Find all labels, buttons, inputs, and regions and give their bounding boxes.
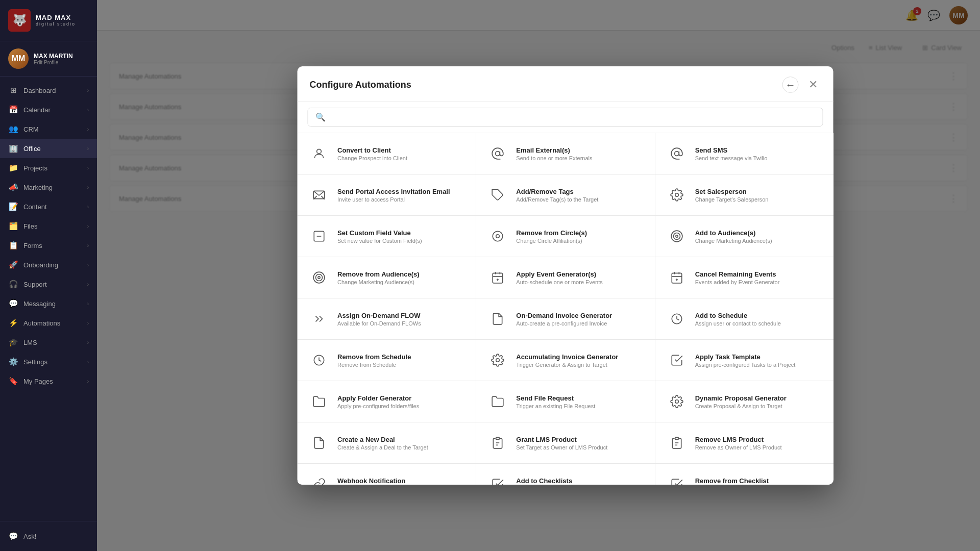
set-custom-field-icon (308, 225, 330, 247)
assign-on-demand-flow-text: Assign On-Demand FLOW Available for On-D… (337, 312, 421, 327)
automation-option-dynamic-proposal-generator[interactable]: Dynamic Proposal Generator Create Propos… (655, 381, 833, 422)
sidebar-item-onboarding[interactable]: 🚀 Onboarding › (0, 255, 97, 274)
remove-from-circle-text: Remove from Circle(s) Change Circle Affi… (516, 229, 587, 244)
convert-to-client-title: Convert to Client (337, 146, 407, 154)
sidebar-item-marketing[interactable]: 📣 Marketing › (0, 178, 97, 197)
automation-option-add-to-checklists[interactable]: Add to Checklists Assign Target to Check… (476, 464, 654, 485)
on-demand-invoice-generator-desc: Auto-create a pre-configured Invoice (516, 320, 612, 327)
automation-option-add-remove-tags[interactable]: Add/Remove Tags Add/Remove Tag(s) to the… (476, 174, 654, 215)
remove-from-schedule-desc: Remove from Schedule (337, 362, 411, 368)
apply-folder-generator-text: Apply Folder Generator Apply pre-configu… (337, 394, 419, 409)
sidebar-ask[interactable]: 💬 Ask! (8, 528, 89, 545)
chevron-marketing-icon: › (87, 185, 89, 190)
send-file-request-icon (486, 390, 509, 413)
close-button[interactable]: ✕ (805, 77, 821, 93)
sidebar-label-crm: CRM (23, 126, 39, 133)
automation-option-set-salesperson[interactable]: Set Salesperson Change Target's Salesper… (655, 174, 833, 215)
sidebar-item-lms[interactable]: 🎓 LMS › (0, 333, 97, 352)
sidebar-item-messaging[interactable]: 💬 Messaging › (0, 294, 97, 313)
chevron-support-icon: › (87, 282, 89, 287)
send-sms-desc: Send text message via Twilio (695, 155, 767, 161)
sidebar-item-projects[interactable]: 📁 Projects › (0, 158, 97, 178)
apply-task-template-text: Apply Task Template Assign pre-configure… (695, 353, 795, 368)
create-new-deal-title: Create a New Deal (337, 436, 428, 443)
add-to-schedule-desc: Assign user or contact to schedule (695, 320, 780, 327)
search-input[interactable] (331, 113, 816, 121)
automation-option-send-portal-access[interactable]: Send Portal Access Invitation Email Invi… (298, 174, 476, 215)
user-name: MAX MARTIN (34, 53, 73, 60)
sidebar-item-content[interactable]: 📝 Content › (0, 197, 97, 216)
sidebar-item-dashboard[interactable]: ⊞ Dashboard › (0, 81, 97, 100)
dynamic-proposal-generator-desc: Create Proposal & Assign to Target (695, 403, 786, 409)
sidebar-item-files[interactable]: 🗂️ Files › (0, 216, 97, 236)
sidebar-item-support[interactable]: 🎧 Support › (0, 274, 97, 294)
automation-option-cancel-remaining-events[interactable]: Cancel Remaining Events Events added by … (655, 257, 833, 298)
automation-option-add-to-audiences[interactable]: Add to Audience(s) Change Marketing Audi… (655, 216, 833, 257)
sidebar-label-content: Content (23, 203, 47, 211)
create-new-deal-desc: Create & Assign a Deal to the Target (337, 444, 428, 450)
automation-option-set-custom-field[interactable]: Set Custom Field Value Set new value for… (298, 216, 476, 257)
sidebar-item-calendar[interactable]: 📅 Calendar › (0, 100, 97, 119)
automation-option-remove-from-circle[interactable]: Remove from Circle(s) Change Circle Affi… (476, 216, 654, 257)
sidebar-label-office: Office (23, 145, 41, 153)
automation-option-remove-from-checklist[interactable]: Remove from Checklist Remove Target from… (655, 464, 833, 485)
automation-option-assign-on-demand-flow[interactable]: Assign On-Demand FLOW Available for On-D… (298, 298, 476, 339)
automation-option-add-to-schedule[interactable]: Add to Schedule Assign user or contact t… (655, 298, 833, 339)
edit-profile-link[interactable]: Edit Profile (34, 60, 73, 65)
automation-option-apply-folder-generator[interactable]: Apply Folder Generator Apply pre-configu… (298, 381, 476, 422)
svg-rect-18 (493, 273, 503, 283)
support-icon: 🎧 (8, 280, 18, 289)
sidebar-item-office[interactable]: 🏢 Office › (0, 139, 97, 158)
send-file-request-desc: Trigger an existing File Request (516, 403, 595, 409)
send-portal-access-text: Send Portal Access Invitation Email Invi… (337, 188, 450, 203)
sidebar-item-settings[interactable]: ⚙️ Settings › (0, 352, 97, 371)
automation-option-accumulating-invoice-generator[interactable]: Accumulating Invoice Generator Trigger G… (476, 340, 654, 381)
apply-folder-generator-title: Apply Folder Generator (337, 394, 419, 402)
marketing-icon: 📣 (8, 183, 18, 192)
modal-title: Configure Automations (310, 80, 411, 90)
grant-lms-product-title: Grant LMS Product (516, 436, 607, 443)
automation-option-send-sms[interactable]: Send SMS Send text message via Twilio (655, 133, 833, 174)
office-icon: 🏢 (8, 144, 18, 153)
send-file-request-text: Send File Request Trigger an existing Fi… (516, 394, 595, 409)
sidebar-item-forms[interactable]: 📋 Forms › (0, 236, 97, 255)
automation-option-remove-lms-product[interactable]: Remove LMS Product Remove as Owner of LM… (655, 422, 833, 463)
sidebar-item-crm[interactable]: 👥 CRM › (0, 119, 97, 139)
svg-rect-26 (671, 273, 681, 283)
automation-option-webhook-notification[interactable]: Webhook Notification Fire a webhook to y… (298, 464, 476, 485)
back-button[interactable]: ← (782, 77, 799, 93)
svg-point-0 (316, 149, 321, 154)
automation-option-remove-from-schedule[interactable]: Remove from Schedule Remove from Schedul… (298, 340, 476, 381)
automation-option-on-demand-invoice-generator[interactable]: On-Demand Invoice Generator Auto-create … (476, 298, 654, 339)
automation-option-grant-lms-product[interactable]: Grant LMS Product Set Target as Owner of… (476, 422, 654, 463)
sidebar-item-automations[interactable]: ⚡ Automations › (0, 313, 97, 333)
automation-option-convert-to-client[interactable]: Convert to Client Change Prospect into C… (298, 133, 476, 174)
set-custom-field-title: Set Custom Field Value (337, 229, 422, 237)
svg-rect-41 (675, 437, 678, 439)
automation-option-email-externals[interactable]: Email External(s) Send to one or more Ex… (476, 133, 654, 174)
files-icon: 🗂️ (8, 221, 18, 231)
remove-lms-product-text: Remove LMS Product Remove as Owner of LM… (695, 436, 781, 450)
set-custom-field-desc: Set new value for Custom Field(s) (337, 238, 422, 244)
cancel-remaining-events-text: Cancel Remaining Events Events added by … (695, 270, 779, 285)
calendar-icon: 📅 (8, 105, 18, 114)
svg-point-36 (496, 359, 500, 362)
webhook-notification-icon (308, 473, 330, 485)
set-salesperson-desc: Change Target's Salesperson (695, 196, 768, 203)
automation-option-apply-task-template[interactable]: Apply Task Template Assign pre-configure… (655, 340, 833, 381)
sidebar-user[interactable]: MM MAX MARTIN Edit Profile (0, 41, 97, 77)
automation-option-apply-event-generator[interactable]: Apply Event Generator(s) Auto-schedule o… (476, 257, 654, 298)
sidebar-item-mypages[interactable]: 🔖 My Pages › (0, 371, 97, 391)
send-portal-access-title: Send Portal Access Invitation Email (337, 188, 450, 195)
sidebar-label-support: Support (23, 281, 47, 288)
svg-point-11 (496, 235, 500, 238)
automation-option-remove-from-audiences[interactable]: Remove from Audience(s) Change Marketing… (298, 257, 476, 298)
sidebar-label-projects: Projects (23, 164, 47, 172)
ask-label: Ask! (23, 533, 36, 540)
add-to-checklists-icon (486, 473, 509, 485)
svg-point-2 (674, 152, 679, 156)
automation-option-send-file-request[interactable]: Send File Request Trigger an existing Fi… (476, 381, 654, 422)
send-portal-access-desc: Invite user to access Portal (337, 196, 450, 203)
sidebar-label-dashboard: Dashboard (23, 87, 56, 94)
automation-option-create-new-deal[interactable]: Create a New Deal Create & Assign a Deal… (298, 422, 476, 463)
